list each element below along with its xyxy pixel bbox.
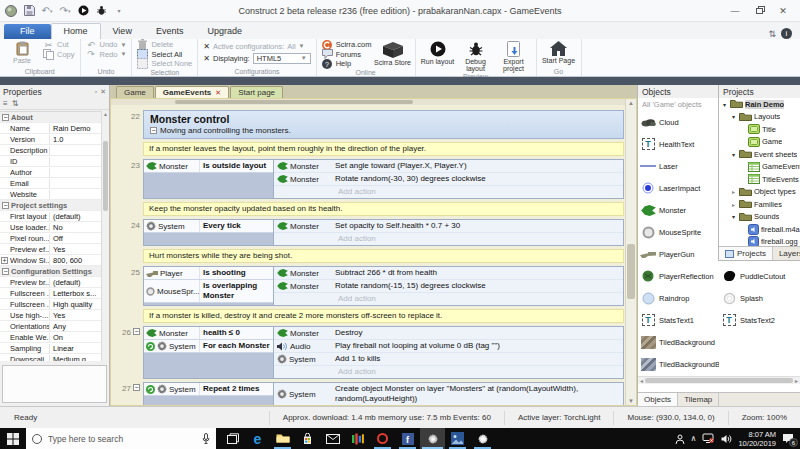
tree-item-layouts[interactable]: ▾Layouts <box>719 111 800 124</box>
event-group-header[interactable]: Monster control−Moving and controlling t… <box>143 110 624 139</box>
active-configurations-dropdown[interactable]: ✕Active configurations:All▼ <box>201 40 312 52</box>
collapse-icon[interactable]: − <box>2 114 9 121</box>
property-value[interactable]: (default) <box>50 212 101 221</box>
condition-cell[interactable]: MouseSpr...Is overlapping Monster <box>144 280 273 303</box>
construct2-taskbar-button[interactable] <box>420 428 445 449</box>
objects-hscrollbar[interactable]: ◂▸ <box>638 376 800 384</box>
property-value[interactable]: Any <box>50 322 101 331</box>
sort-az-icon[interactable]: ⇅ <box>12 99 19 108</box>
task-view-taskbar-button[interactable] <box>220 428 245 449</box>
object-item-cloud[interactable]: Cloud <box>638 111 719 133</box>
tab-game[interactable]: Game <box>116 86 154 98</box>
condition-cell[interactable]: SystemRepeat 2 times <box>144 383 273 396</box>
tree-item-rain-demo[interactable]: ▾Rain Demo <box>719 98 800 111</box>
start-page-button[interactable]: Start Page <box>540 40 578 64</box>
action-row[interactable]: MonsterRotate random(-15, 15) degrees cl… <box>274 280 623 293</box>
tree-item-families[interactable]: ▸Families <box>719 198 800 211</box>
tab-tilemap[interactable]: Tilemap <box>678 393 719 406</box>
object-item-statstext2[interactable]: TStatsText2 <box>719 309 800 331</box>
scroll-thumb[interactable] <box>103 141 108 211</box>
tab-layers[interactable]: Layers <box>773 247 800 260</box>
scirra.com-button[interactable]: Scirra.com <box>320 40 374 50</box>
tab-gameevents[interactable]: GameEvents✕ <box>155 86 229 98</box>
edge-taskbar-button[interactable]: e <box>245 428 270 449</box>
vscroll-thumb[interactable] <box>627 244 635 299</box>
object-item-raindrop[interactable]: Raindrop <box>638 287 719 309</box>
pin-icon[interactable]: ▫ <box>95 88 97 96</box>
tree-item-title[interactable]: Title <box>719 123 800 136</box>
scroll-up-icon[interactable]: ▲ <box>626 100 636 106</box>
action-row[interactable]: AudioPlay fireball not looping at volume… <box>274 340 623 353</box>
ribbon-tab-home[interactable]: Home <box>51 23 101 39</box>
property-value[interactable]: Off <box>50 234 101 243</box>
select-none-button[interactable]: Select None <box>135 59 194 69</box>
property-value[interactable]: Yes <box>50 245 101 254</box>
object-item-mousesprite[interactable]: MouseSprite <box>638 221 719 243</box>
object-item-monster[interactable]: Monster <box>638 199 719 221</box>
property-value[interactable]: No <box>50 223 101 232</box>
action-row[interactable]: MonsterDestroy <box>274 327 623 340</box>
property-value[interactable]: Letterbox s... <box>50 289 101 298</box>
add-action-link[interactable]: Add action <box>274 233 623 245</box>
scirra-store-button[interactable]: Scirra Store <box>374 40 412 66</box>
volume-icon[interactable] <box>721 434 732 444</box>
ribbon-collapse-icon[interactable]: ⇅ <box>768 29 776 39</box>
export-project-button[interactable]: Export project <box>495 40 533 73</box>
expand-icon[interactable]: + <box>1 257 8 264</box>
property-value[interactable]: Rain Demo <box>50 124 101 133</box>
action-row[interactable]: MonsterSubtract 266 * dt from health <box>274 267 623 280</box>
close-panel-icon[interactable]: ✕ <box>100 88 106 96</box>
mail-taskbar-button[interactable] <box>320 428 345 449</box>
copy-button[interactable]: Copy <box>41 50 77 60</box>
tree-item-game[interactable]: Game <box>719 136 800 149</box>
condition-cell[interactable]: MonsterIs outside layout <box>144 160 273 173</box>
action-row[interactable]: SystemCreate object Monster on layer "Mo… <box>274 383 623 405</box>
horizontal-scrollbar[interactable] <box>111 99 625 105</box>
tree-item-titleevents[interactable]: TitleEvents <box>719 173 800 186</box>
ribbon-tab-events[interactable]: Events <box>144 24 196 39</box>
ribbon-tab-file[interactable]: File <box>4 24 51 39</box>
property-value[interactable]: Medium q... <box>50 355 101 362</box>
property-section-configuration-settings[interactable]: −Configuration Settings <box>0 266 101 277</box>
undo-button[interactable]: ↶Undo▼ <box>84 40 129 50</box>
scroll-up-icon[interactable]: ▲ <box>103 111 108 117</box>
condition-cell[interactable]: Monsterhealth ≤ 0 <box>144 327 273 340</box>
photos-taskbar-button[interactable] <box>445 428 470 449</box>
tree-item-gameevents[interactable]: GameEvents <box>719 161 800 174</box>
microphone-icon[interactable] <box>202 433 210 444</box>
action-row[interactable]: MonsterRotate random(-30, 30) degrees cl… <box>274 173 623 186</box>
ribbon-tab-upgrade[interactable]: Upgrade <box>195 24 254 39</box>
collapsed-arrow-icon[interactable]: ▸ <box>730 201 737 208</box>
paste-button[interactable]: Paste <box>3 40 41 64</box>
close-button[interactable]: ✕ <box>772 3 794 19</box>
object-item-laserimpact[interactable]: LaserImpact <box>638 177 719 199</box>
object-item-splash[interactable]: Splash <box>719 287 800 309</box>
condition-cell[interactable]: SystemFor each Monster <box>144 340 273 353</box>
hscroll-thumb[interactable] <box>645 378 793 383</box>
tree-item-sounds[interactable]: ▾Sounds <box>719 211 800 224</box>
collapse-icon[interactable]: − <box>2 202 9 209</box>
more-icon[interactable]: ▾ <box>112 4 126 18</box>
collapse-event-icon[interactable]: − <box>133 328 140 335</box>
run-layout-button[interactable]: Run layout <box>419 40 457 65</box>
object-item-puddlecutout[interactable]: PuddleCutout <box>719 265 800 287</box>
add-action-link[interactable]: Add action <box>274 366 623 378</box>
tree-item-fireball-ogg[interactable]: fireball.ogg <box>719 236 800 247</box>
scroll-down-icon[interactable]: ▼ <box>626 398 636 404</box>
tray-expand-icon[interactable]: ∧ <box>691 434 697 443</box>
object-item-playergun[interactable]: PlayerGun <box>638 243 719 265</box>
start-button[interactable] <box>0 428 26 449</box>
opera-taskbar-button[interactable] <box>370 428 395 449</box>
tree-item-event-sheets[interactable]: ▾Event sheets <box>719 148 800 161</box>
condition-cell[interactable]: SystemEvery tick <box>144 220 273 233</box>
hscroll-thumb[interactable] <box>175 100 413 104</box>
close-tab-icon[interactable]: ✕ <box>215 89 221 97</box>
expanded-arrow-icon[interactable]: ▾ <box>730 113 737 120</box>
event-comment[interactable]: Hurt monsters while they are being shot. <box>143 249 624 263</box>
people-icon[interactable] <box>675 434 685 444</box>
object-item-tiledbackgroundblue[interactable]: TiledBackgroundBlue <box>638 353 719 375</box>
collapse-group-icon[interactable]: − <box>150 127 157 134</box>
tree-item-object-types[interactable]: ▸Object types <box>719 186 800 199</box>
event-comment[interactable]: Keep the monster opacity updated based o… <box>143 202 624 216</box>
ribbon-tab-view[interactable]: View <box>101 24 144 39</box>
